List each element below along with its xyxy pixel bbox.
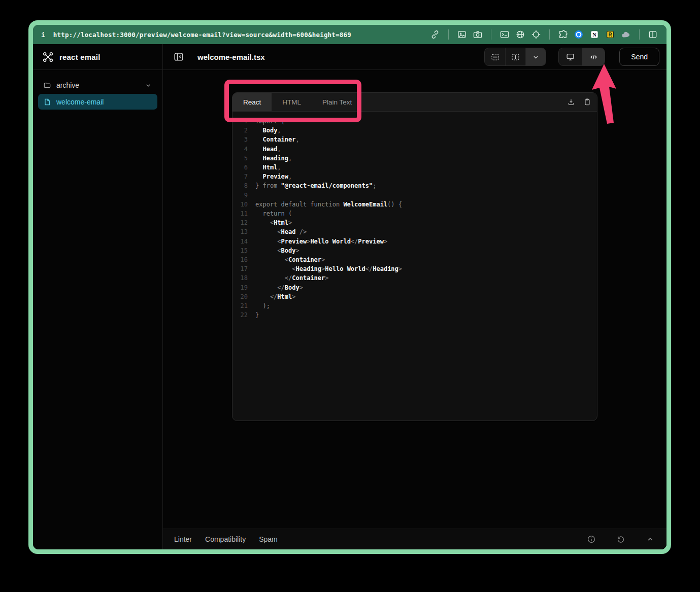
line-number: 6 [232,163,248,172]
sidebar-toggle-button[interactable] [172,50,185,63]
line-number: 13 [232,227,248,236]
info-button[interactable] [585,533,597,545]
info-circle-icon [587,535,596,544]
image-icon[interactable] [456,29,468,40]
viewport-height-icon [490,52,500,62]
line-number: 16 [232,255,248,264]
notion-icon[interactable]: N [589,29,600,40]
sidebar: react email archive [33,44,163,549]
browser-toolbar-icons: NR [429,29,658,40]
tab-html[interactable]: HTML [272,93,312,111]
line-number: 3 [232,135,248,144]
code-line: 21 ); [232,301,597,310]
code-line: 12 <Html> [232,218,597,227]
main-area: welcome-email.tsx [163,44,666,549]
sidebar-folder-archive[interactable]: archive [38,77,157,93]
toolbar-divider [639,29,640,40]
download-button[interactable] [564,93,578,111]
code-line: 5 Heading, [232,154,597,163]
globe-icon[interactable] [515,29,526,40]
toolbar-divider [448,29,449,40]
line-number: 18 [232,273,248,283]
collapse-panel-button[interactable] [644,533,656,545]
puzzle-icon[interactable] [557,29,569,40]
code-panel-tabs: ReactHTMLPlain Text [232,93,362,111]
reset-button[interactable] [615,533,627,545]
bottom-tab-spam[interactable]: Spam [259,535,278,543]
refined-r-icon[interactable]: R [605,29,616,40]
preview-content: ReactHTMLPlain Text [163,70,666,529]
onepassword-icon[interactable] [573,29,584,40]
sidebar-nav: archive welcome-email [33,70,162,117]
viewport-height-button[interactable] [485,48,505,65]
code-panel: ReactHTMLPlain Text [232,92,597,421]
link-icon[interactable] [429,29,441,40]
toolbar-divider [491,29,491,40]
view-mode-control [558,48,605,66]
file-label: welcome-email [56,98,104,106]
code-line: 10export default function WelcomeEmail()… [232,200,597,209]
tab-react[interactable]: React [232,93,272,111]
tab-plain-text[interactable]: Plain Text [312,93,362,111]
page-title: welcome-email.tsx [197,53,265,61]
desktop-preview-button[interactable] [559,48,582,65]
bottom-bar: LinterCompatibilitySpam [163,529,666,549]
line-number: 11 [232,209,248,218]
code-line: 18 </Container> [232,273,597,283]
info-icon: i [41,31,45,39]
screenshot-stage: i http://localhost:3000/preview/welcome-… [0,0,700,592]
code-icon [589,52,598,62]
code-line: 17 <Heading>Hello World</Heading> [232,264,597,273]
line-number: 14 [232,237,248,246]
folder-label: archive [56,81,79,89]
line-number: 2 [232,126,248,135]
sidebar-item-welcome-email[interactable]: welcome-email [38,94,157,110]
collapse-sidebar-icon [173,51,184,62]
cloud-icon[interactable] [620,29,631,40]
chevron-down-icon [531,52,541,62]
bottom-tabs: LinterCompatibilitySpam [174,535,278,543]
code-line: 2 Body, [232,126,597,135]
line-number: 15 [232,246,248,255]
terminal-icon[interactable] [499,29,510,40]
copy-button[interactable] [581,93,594,111]
bottom-tab-compatibility[interactable]: Compatibility [205,535,246,543]
folder-icon [43,81,51,89]
line-number: 1 [232,117,248,126]
line-number: 21 [232,301,248,310]
viewport-width-button[interactable] [505,48,525,65]
target-icon[interactable] [530,29,542,40]
toolbar-divider [549,29,550,40]
camera-icon[interactable] [472,29,483,40]
code-panel-header: ReactHTMLPlain Text [232,93,597,112]
send-button[interactable]: Send [619,48,659,66]
code-line: 20 </Html> [232,292,597,301]
code-line: 13 <Head /> [232,227,597,236]
react-email-logo-icon [42,51,54,63]
line-number: 10 [232,200,248,209]
svg-text:N: N [592,32,596,38]
code-line: 11 return ( [232,209,597,218]
viewport-dropdown-button[interactable] [525,48,546,65]
code-line: 1import { [232,117,597,126]
line-number: 8 [232,181,248,190]
line-number: 9 [232,191,248,200]
line-number: 22 [232,310,248,320]
code-line: 7 Preview, [232,172,597,181]
code-editor: 1import {2 Body,3 Container,4 Head,5 Hea… [232,112,597,421]
brand-label: react email [59,53,101,61]
viewport-width-icon [511,52,520,62]
chevron-up-icon [646,535,655,544]
line-number: 4 [232,145,248,154]
line-number: 5 [232,154,248,163]
bottom-tab-linter[interactable]: Linter [174,535,192,543]
sidebar-brand[interactable]: react email [33,44,162,70]
code-line: 8} from "@react-email/components"; [232,181,597,190]
viewport-size-control [484,48,546,66]
code-line: 15 <Body> [232,246,597,255]
source-code-view-button[interactable] [582,48,605,65]
url-text[interactable]: http://localhost:3000/preview/welcome-em… [53,31,351,39]
chevron-down-icon[interactable] [144,81,152,89]
browser-url-bar[interactable]: i http://localhost:3000/preview/welcome-… [33,25,666,44]
split-view-icon[interactable] [647,29,658,40]
